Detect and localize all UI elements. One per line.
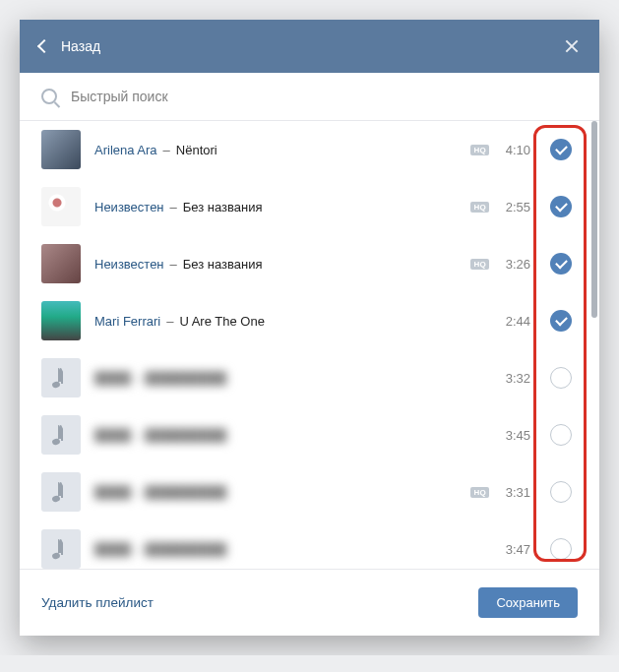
track-cover [41,415,81,455]
track-list-wrapper: Arilena Ara–NëntoriHQ4:10Неизвестен–Без … [20,121,599,569]
track-checkbox[interactable] [550,196,572,217]
separator: – [163,143,170,157]
search-icon [41,89,57,104]
track-checkbox[interactable] [550,367,572,389]
header-title[interactable]: Назад [61,38,100,54]
hq-badge: HQ [470,487,489,498]
track-row[interactable]: ████ – █████████HQ3:31 [20,463,591,520]
separator: – [170,257,177,272]
track-cover [41,472,81,512]
track-info: Неизвестен–Без названия [94,200,470,214]
hq-badge: HQ [470,145,489,155]
search-bar [20,73,599,121]
track-artist[interactable]: Неизвестен [94,200,164,214]
track-duration: 3:26 [499,257,530,272]
track-title: U Are The One [179,314,264,329]
track-row[interactable]: Неизвестен–Без названияHQ2:55 [20,178,591,235]
track-info: ████ – █████████ [94,371,499,386]
music-note-icon [52,482,70,502]
track-cover [41,187,81,226]
separator: – [166,314,173,329]
track-info: ████ – █████████ [94,542,499,557]
track-info: Arilena Ara–Nëntori [94,143,470,157]
album-art [41,301,81,340]
music-note-icon [52,539,70,559]
track-duration: 3:45 [499,428,530,443]
track-info: Mari Ferrari–U Are The One [94,314,499,329]
track-row[interactable]: Неизвестен–Без названияHQ3:26 [20,235,591,292]
playlist-dialog: Назад Arilena Ara–NëntoriHQ4:10Неизвесте… [20,20,599,636]
track-title: Без названия [183,200,263,214]
album-art [41,244,81,283]
track-checkbox[interactable] [550,424,572,446]
track-checkbox[interactable] [550,139,572,160]
track-artist[interactable]: Неизвестен [94,257,164,272]
track-title: Nëntori [176,143,217,157]
hq-badge: HQ [470,259,489,270]
track-cover [41,358,81,397]
back-icon[interactable] [37,39,51,53]
separator: – [170,200,177,214]
album-art [41,187,81,226]
track-cover [41,244,81,283]
scrollbar[interactable] [591,121,597,318]
track-cover [41,529,81,569]
track-info: ████ – █████████ [94,485,470,500]
album-art [41,130,81,169]
track-artist[interactable]: Mari Ferrari [94,314,160,329]
dialog-header: Назад [20,20,599,73]
save-button[interactable]: Сохранить [478,587,578,618]
music-note-icon [52,368,70,388]
delete-playlist-link[interactable]: Удалить плейлист [41,595,154,610]
track-checkbox[interactable] [550,538,572,560]
track-row[interactable]: ████ – █████████3:47 [20,520,591,569]
track-cover [41,301,81,340]
track-row[interactable]: Arilena Ara–NëntoriHQ4:10 [20,121,591,178]
track-checkbox[interactable] [550,310,572,332]
track-duration: 3:47 [499,542,530,557]
track-title: Без названия [183,257,263,272]
track-duration: 3:31 [499,485,530,500]
track-checkbox[interactable] [550,481,572,503]
track-info: ████ – █████████ [94,428,499,443]
track-row[interactable]: ████ – █████████3:32 [20,349,591,406]
track-duration: 2:44 [499,314,530,329]
close-icon[interactable] [564,38,580,54]
track-duration: 4:10 [499,143,530,157]
search-input[interactable] [71,89,578,104]
music-note-icon [52,425,70,445]
track-row[interactable]: ████ – █████████3:45 [20,406,591,463]
hq-badge: HQ [470,202,489,213]
track-duration: 2:55 [499,200,530,214]
track-row[interactable]: Mari Ferrari–U Are The One2:44 [20,292,591,349]
track-info: Неизвестен–Без названия [94,257,470,272]
track-duration: 3:32 [499,371,530,386]
track-artist[interactable]: Arilena Ara [94,143,157,157]
track-checkbox[interactable] [550,253,572,275]
track-list[interactable]: Arilena Ara–NëntoriHQ4:10Неизвестен–Без … [20,121,599,569]
track-cover [41,130,81,169]
dialog-footer: Удалить плейлист Сохранить [20,569,599,636]
